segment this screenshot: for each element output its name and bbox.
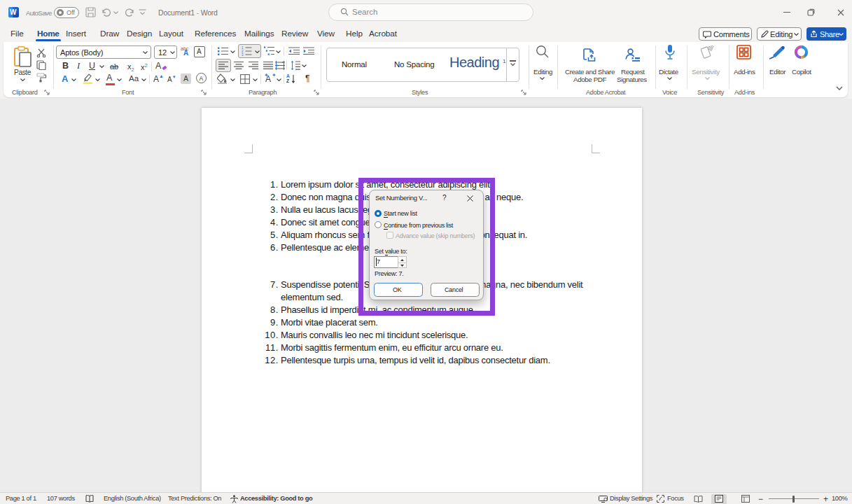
svg-text:3: 3 xyxy=(242,53,244,56)
